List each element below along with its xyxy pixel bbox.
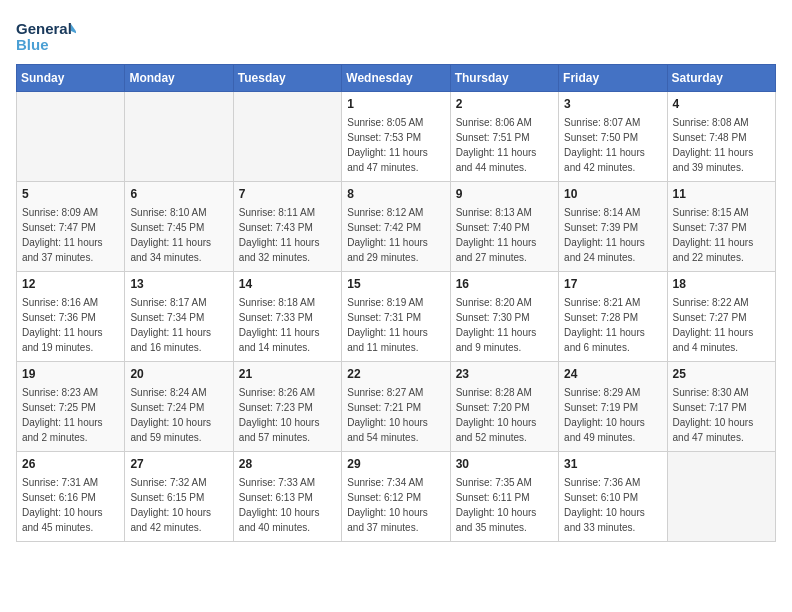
calendar-day-cell xyxy=(17,92,125,182)
day-number: 27 xyxy=(130,456,227,473)
calendar-day-cell: 8Sunrise: 8:12 AMSunset: 7:42 PMDaylight… xyxy=(342,182,450,272)
day-of-week-header: Sunday xyxy=(17,65,125,92)
calendar-week-row: 1Sunrise: 8:05 AMSunset: 7:53 PMDaylight… xyxy=(17,92,776,182)
calendar-day-cell: 19Sunrise: 8:23 AMSunset: 7:25 PMDayligh… xyxy=(17,362,125,452)
day-info: Sunrise: 7:36 AMSunset: 6:10 PMDaylight:… xyxy=(564,475,661,535)
calendar-day-cell xyxy=(125,92,233,182)
day-info: Sunrise: 8:18 AMSunset: 7:33 PMDaylight:… xyxy=(239,295,336,355)
calendar-day-cell: 9Sunrise: 8:13 AMSunset: 7:40 PMDaylight… xyxy=(450,182,558,272)
calendar-day-cell: 1Sunrise: 8:05 AMSunset: 7:53 PMDaylight… xyxy=(342,92,450,182)
day-number: 1 xyxy=(347,96,444,113)
day-number: 28 xyxy=(239,456,336,473)
calendar-day-cell: 14Sunrise: 8:18 AMSunset: 7:33 PMDayligh… xyxy=(233,272,341,362)
day-info: Sunrise: 8:11 AMSunset: 7:43 PMDaylight:… xyxy=(239,205,336,265)
calendar-week-row: 5Sunrise: 8:09 AMSunset: 7:47 PMDaylight… xyxy=(17,182,776,272)
day-info: Sunrise: 8:06 AMSunset: 7:51 PMDaylight:… xyxy=(456,115,553,175)
calendar-day-cell: 29Sunrise: 7:34 AMSunset: 6:12 PMDayligh… xyxy=(342,452,450,542)
svg-text:Blue: Blue xyxy=(16,36,49,53)
calendar-week-row: 19Sunrise: 8:23 AMSunset: 7:25 PMDayligh… xyxy=(17,362,776,452)
day-number: 16 xyxy=(456,276,553,293)
day-info: Sunrise: 8:07 AMSunset: 7:50 PMDaylight:… xyxy=(564,115,661,175)
calendar-header-row: SundayMondayTuesdayWednesdayThursdayFrid… xyxy=(17,65,776,92)
day-info: Sunrise: 7:32 AMSunset: 6:15 PMDaylight:… xyxy=(130,475,227,535)
day-of-week-header: Tuesday xyxy=(233,65,341,92)
calendar-day-cell: 30Sunrise: 7:35 AMSunset: 6:11 PMDayligh… xyxy=(450,452,558,542)
day-number: 10 xyxy=(564,186,661,203)
calendar-table: SundayMondayTuesdayWednesdayThursdayFrid… xyxy=(16,64,776,542)
day-info: Sunrise: 8:28 AMSunset: 7:20 PMDaylight:… xyxy=(456,385,553,445)
day-number: 31 xyxy=(564,456,661,473)
day-info: Sunrise: 8:16 AMSunset: 7:36 PMDaylight:… xyxy=(22,295,119,355)
day-info: Sunrise: 8:12 AMSunset: 7:42 PMDaylight:… xyxy=(347,205,444,265)
day-number: 30 xyxy=(456,456,553,473)
day-number: 19 xyxy=(22,366,119,383)
day-info: Sunrise: 8:23 AMSunset: 7:25 PMDaylight:… xyxy=(22,385,119,445)
day-number: 15 xyxy=(347,276,444,293)
day-info: Sunrise: 8:14 AMSunset: 7:39 PMDaylight:… xyxy=(564,205,661,265)
calendar-day-cell: 13Sunrise: 8:17 AMSunset: 7:34 PMDayligh… xyxy=(125,272,233,362)
calendar-week-row: 26Sunrise: 7:31 AMSunset: 6:16 PMDayligh… xyxy=(17,452,776,542)
day-info: Sunrise: 7:33 AMSunset: 6:13 PMDaylight:… xyxy=(239,475,336,535)
calendar-day-cell: 2Sunrise: 8:06 AMSunset: 7:51 PMDaylight… xyxy=(450,92,558,182)
day-of-week-header: Monday xyxy=(125,65,233,92)
day-number: 26 xyxy=(22,456,119,473)
calendar-day-cell: 4Sunrise: 8:08 AMSunset: 7:48 PMDaylight… xyxy=(667,92,775,182)
calendar-day-cell: 21Sunrise: 8:26 AMSunset: 7:23 PMDayligh… xyxy=(233,362,341,452)
day-of-week-header: Friday xyxy=(559,65,667,92)
calendar-day-cell: 27Sunrise: 7:32 AMSunset: 6:15 PMDayligh… xyxy=(125,452,233,542)
calendar-day-cell: 16Sunrise: 8:20 AMSunset: 7:30 PMDayligh… xyxy=(450,272,558,362)
day-info: Sunrise: 8:19 AMSunset: 7:31 PMDaylight:… xyxy=(347,295,444,355)
day-number: 9 xyxy=(456,186,553,203)
day-info: Sunrise: 8:20 AMSunset: 7:30 PMDaylight:… xyxy=(456,295,553,355)
day-of-week-header: Wednesday xyxy=(342,65,450,92)
day-info: Sunrise: 8:21 AMSunset: 7:28 PMDaylight:… xyxy=(564,295,661,355)
day-number: 7 xyxy=(239,186,336,203)
calendar-day-cell: 20Sunrise: 8:24 AMSunset: 7:24 PMDayligh… xyxy=(125,362,233,452)
day-info: Sunrise: 8:26 AMSunset: 7:23 PMDaylight:… xyxy=(239,385,336,445)
day-info: Sunrise: 7:35 AMSunset: 6:11 PMDaylight:… xyxy=(456,475,553,535)
day-number: 5 xyxy=(22,186,119,203)
day-number: 20 xyxy=(130,366,227,383)
day-number: 14 xyxy=(239,276,336,293)
day-number: 21 xyxy=(239,366,336,383)
calendar-day-cell: 6Sunrise: 8:10 AMSunset: 7:45 PMDaylight… xyxy=(125,182,233,272)
day-number: 4 xyxy=(673,96,770,113)
day-info: Sunrise: 8:17 AMSunset: 7:34 PMDaylight:… xyxy=(130,295,227,355)
calendar-day-cell: 31Sunrise: 7:36 AMSunset: 6:10 PMDayligh… xyxy=(559,452,667,542)
calendar-day-cell: 12Sunrise: 8:16 AMSunset: 7:36 PMDayligh… xyxy=(17,272,125,362)
day-number: 23 xyxy=(456,366,553,383)
day-info: Sunrise: 8:27 AMSunset: 7:21 PMDaylight:… xyxy=(347,385,444,445)
logo-svg: General Blue xyxy=(16,16,76,56)
calendar-day-cell: 7Sunrise: 8:11 AMSunset: 7:43 PMDaylight… xyxy=(233,182,341,272)
day-of-week-header: Saturday xyxy=(667,65,775,92)
day-info: Sunrise: 8:24 AMSunset: 7:24 PMDaylight:… xyxy=(130,385,227,445)
svg-text:General: General xyxy=(16,20,72,37)
day-info: Sunrise: 7:31 AMSunset: 6:16 PMDaylight:… xyxy=(22,475,119,535)
day-info: Sunrise: 8:09 AMSunset: 7:47 PMDaylight:… xyxy=(22,205,119,265)
calendar-day-cell: 17Sunrise: 8:21 AMSunset: 7:28 PMDayligh… xyxy=(559,272,667,362)
day-number: 6 xyxy=(130,186,227,203)
day-number: 17 xyxy=(564,276,661,293)
day-info: Sunrise: 8:10 AMSunset: 7:45 PMDaylight:… xyxy=(130,205,227,265)
day-number: 12 xyxy=(22,276,119,293)
calendar-day-cell: 11Sunrise: 8:15 AMSunset: 7:37 PMDayligh… xyxy=(667,182,775,272)
day-info: Sunrise: 8:13 AMSunset: 7:40 PMDaylight:… xyxy=(456,205,553,265)
calendar-day-cell: 23Sunrise: 8:28 AMSunset: 7:20 PMDayligh… xyxy=(450,362,558,452)
day-info: Sunrise: 8:22 AMSunset: 7:27 PMDaylight:… xyxy=(673,295,770,355)
calendar-week-row: 12Sunrise: 8:16 AMSunset: 7:36 PMDayligh… xyxy=(17,272,776,362)
calendar-day-cell: 25Sunrise: 8:30 AMSunset: 7:17 PMDayligh… xyxy=(667,362,775,452)
day-info: Sunrise: 8:29 AMSunset: 7:19 PMDaylight:… xyxy=(564,385,661,445)
calendar-day-cell: 10Sunrise: 8:14 AMSunset: 7:39 PMDayligh… xyxy=(559,182,667,272)
day-number: 3 xyxy=(564,96,661,113)
day-number: 8 xyxy=(347,186,444,203)
calendar-day-cell: 28Sunrise: 7:33 AMSunset: 6:13 PMDayligh… xyxy=(233,452,341,542)
day-info: Sunrise: 8:08 AMSunset: 7:48 PMDaylight:… xyxy=(673,115,770,175)
day-info: Sunrise: 8:15 AMSunset: 7:37 PMDaylight:… xyxy=(673,205,770,265)
day-info: Sunrise: 8:05 AMSunset: 7:53 PMDaylight:… xyxy=(347,115,444,175)
day-number: 22 xyxy=(347,366,444,383)
day-number: 29 xyxy=(347,456,444,473)
day-number: 13 xyxy=(130,276,227,293)
day-number: 2 xyxy=(456,96,553,113)
calendar-day-cell xyxy=(233,92,341,182)
calendar-day-cell: 18Sunrise: 8:22 AMSunset: 7:27 PMDayligh… xyxy=(667,272,775,362)
